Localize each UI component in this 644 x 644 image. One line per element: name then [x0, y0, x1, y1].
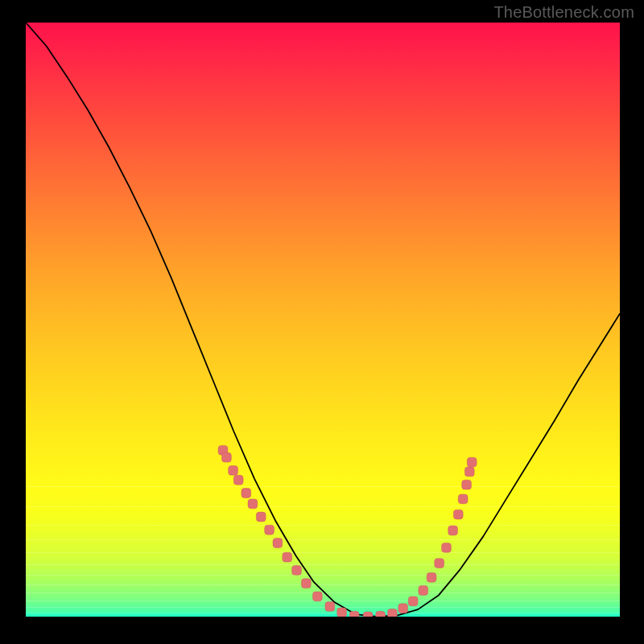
marker-group [218, 445, 477, 617]
chart-svg [26, 23, 620, 617]
curve-marker [229, 466, 238, 476]
curve-marker [387, 609, 397, 617]
curve-marker [464, 467, 474, 477]
curve-marker [467, 457, 477, 467]
curve-marker [256, 512, 266, 522]
curve-marker [458, 494, 468, 504]
curve-marker [427, 572, 436, 582]
curve-marker [265, 525, 275, 535]
plot-background [26, 23, 620, 617]
curve-marker [312, 592, 322, 601]
curve-marker [398, 604, 408, 613]
curve-marker [453, 510, 463, 519]
curve-marker [448, 526, 458, 535]
curve-marker [408, 597, 418, 606]
curve-marker [242, 489, 251, 498]
curve-marker [283, 552, 292, 562]
curve-marker [292, 566, 302, 576]
chart-plot-area [26, 23, 620, 617]
curve-marker [435, 559, 444, 568]
curve-marker [419, 586, 428, 596]
bottleneck-curve [26, 23, 620, 617]
curve-marker [233, 475, 243, 485]
curve-marker [349, 611, 359, 617]
curve-marker [222, 452, 232, 462]
curve-marker [325, 602, 335, 612]
curve-marker [273, 539, 283, 548]
curve-marker [337, 608, 347, 617]
curve-marker [301, 579, 311, 588]
curve-marker [376, 611, 386, 617]
curve-marker [248, 499, 258, 509]
curve-marker [442, 543, 452, 552]
watermark-text: TheBottleneck.com [493, 3, 634, 22]
curve-marker [462, 480, 472, 489]
curve-marker [363, 612, 373, 617]
